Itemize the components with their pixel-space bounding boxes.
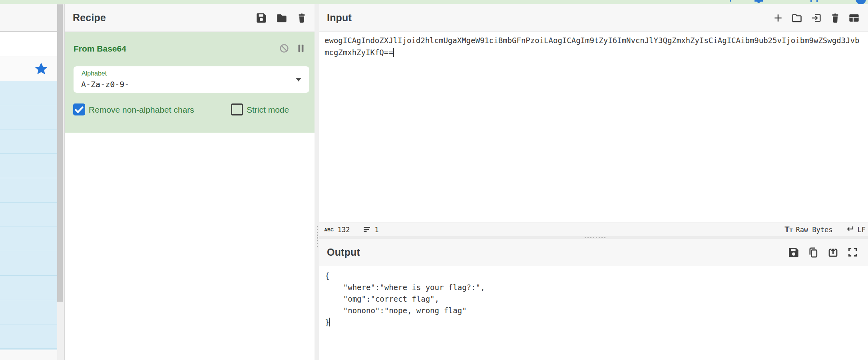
output-display[interactable]: { "where":"where is your flag?:", "omg":… [325, 270, 485, 328]
extension-fragment-icon [757, 0, 761, 3]
operations-list-end [0, 350, 57, 360]
character-count: 132 [338, 226, 350, 234]
link-fragment-icon [730, 0, 731, 2]
strict-mode-checkbox[interactable] [231, 103, 243, 115]
operation-list-item[interactable] [0, 154, 57, 178]
chevron-down-icon[interactable] [296, 78, 301, 82]
line-ending-value[interactable]: LF [858, 226, 866, 234]
operation-list-item[interactable] [0, 105, 57, 129]
operation-name: From Base64 [74, 44, 126, 54]
top-banner-strip [0, 0, 868, 4]
output-line: } [325, 318, 329, 326]
character-encoding-value[interactable]: Raw Bytes [796, 226, 832, 234]
output-panel: Output [319, 239, 868, 360]
output-line: { [325, 271, 329, 280]
operation-category-row[interactable] [0, 32, 57, 56]
open-folder-icon[interactable] [810, 12, 822, 24]
breakpoint-icon[interactable] [297, 44, 305, 55]
input-header: Input [319, 4, 868, 32]
cyberchef-app: Recipe [0, 0, 868, 360]
recipe-header: Recipe [65, 4, 315, 32]
remove-non-alphabet-label[interactable]: Remove non-alphabet chars [89, 104, 194, 116]
argument-label: Alphabet [82, 70, 107, 77]
operation-list-item[interactable] [0, 81, 57, 105]
clear-input-icon[interactable] [830, 12, 840, 24]
save-output-icon[interactable] [788, 247, 799, 258]
clear-recipe-icon[interactable] [297, 12, 307, 24]
recipe-operation-from-base64[interactable]: From Base64 Alphabet A-Za-z0-9 [65, 32, 315, 133]
favourites-category-row[interactable] [0, 56, 57, 81]
operation-list-item[interactable] [0, 203, 57, 227]
line-ending-icon [845, 225, 854, 234]
sidebar-scrollbar-track[interactable] [57, 4, 65, 360]
text-cursor [329, 318, 330, 326]
output-line: "nonono":"nope, wrong flag" [325, 306, 467, 315]
output-line: "omg":"correct flag", [325, 294, 439, 303]
load-recipe-icon[interactable] [276, 12, 288, 24]
operations-search-area [0, 4, 57, 32]
recipe-title: Recipe [73, 12, 106, 24]
operation-list-item[interactable] [0, 251, 57, 276]
input-line: mcgZmxhZyIKfQ== [325, 48, 393, 57]
maximise-output-icon[interactable] [847, 247, 858, 258]
tab-layout-icon[interactable] [848, 12, 860, 24]
disable-operation-icon[interactable] [279, 43, 289, 55]
input-status-bar: ABC 132 1 TT Raw Bytes [319, 223, 868, 236]
sidebar-scrollbar-thumb[interactable] [57, 4, 63, 302]
line-count-icon [364, 226, 371, 234]
operations-sidebar [0, 4, 57, 360]
alphabet-argument[interactable]: Alphabet A-Za-z0-9-_ [74, 66, 309, 93]
character-encoding-icon: TT [784, 225, 792, 234]
splitter-drag-handle-icon[interactable] [585, 237, 605, 238]
splitter-drag-handle-icon[interactable] [317, 226, 318, 247]
input-line: ewogICAgIndoZXJlIjoid2hlcmUgaXMgeW91ciBm… [325, 36, 859, 45]
input-panel: Input [319, 4, 868, 236]
link-fragment-icon [810, 0, 812, 2]
character-count-icon: ABC [324, 227, 334, 232]
copy-output-icon[interactable] [808, 247, 819, 258]
help-circle-fragment-icon [856, 0, 866, 4]
remove-non-alphabet-checkbox[interactable] [73, 103, 85, 115]
output-line: "where":"where is your flag?:", [325, 283, 485, 292]
operation-list-item[interactable] [0, 300, 57, 324]
open-file-icon[interactable] [791, 12, 803, 24]
operation-list-item[interactable] [0, 324, 57, 349]
link-fragment-icon [816, 0, 818, 2]
operation-list-item[interactable] [0, 129, 57, 154]
line-count: 1 [375, 226, 379, 234]
operation-list-item[interactable] [0, 276, 57, 300]
operation-list-item[interactable] [0, 227, 57, 251]
input-editor[interactable]: ewogICAgIndoZXJlIjoid2hlcmUgaXMgeW91ciBm… [325, 34, 859, 58]
text-cursor [393, 48, 394, 57]
strict-mode-label[interactable]: Strict mode [247, 104, 289, 116]
recipe-panel: Recipe [65, 4, 315, 360]
replace-input-icon[interactable] [827, 247, 839, 258]
input-title: Input [327, 12, 352, 24]
operation-list-item[interactable] [0, 178, 57, 203]
favourites-star-icon [34, 62, 48, 78]
save-recipe-icon[interactable] [256, 12, 267, 24]
favourites-operation-list [0, 81, 57, 350]
add-tab-icon[interactable] [773, 13, 783, 23]
alphabet-value-input[interactable]: A-Za-z0-9-_ [81, 80, 134, 89]
output-header: Output [319, 239, 868, 266]
output-title: Output [327, 247, 360, 258]
input-output-splitter[interactable] [319, 236, 868, 239]
